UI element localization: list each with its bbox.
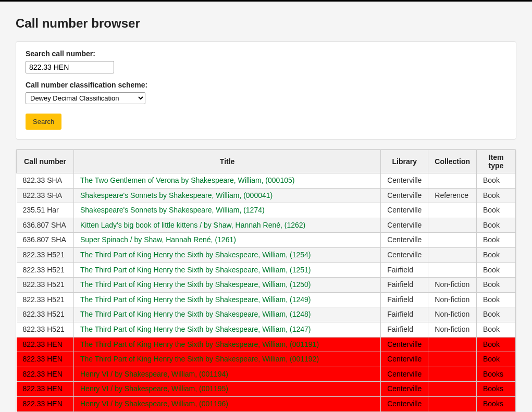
- cell-callno: 636.807 SHA: [17, 218, 74, 233]
- table-row: 822.33 H521The Third Part of King Henry …: [17, 247, 516, 263]
- title-link[interactable]: Henry VI / by Shakespeare, William, (001…: [80, 370, 228, 378]
- cell-callno: 822.33 H521: [17, 278, 74, 293]
- table-row: 822.33 SHAThe Two Gentlemen of Verona by…: [17, 173, 516, 189]
- title-link[interactable]: The Third Part of King Henry the Sixth b…: [80, 280, 311, 289]
- title-link[interactable]: The Third Part of King Henry the Sixth b…: [80, 340, 319, 348]
- cell-collection: [428, 337, 477, 352]
- cell-callno: 822.33 H521: [17, 322, 74, 337]
- cell-title: Henry VI / by Shakespeare, William, (001…: [74, 367, 381, 382]
- cell-title: The Third Part of King Henry the Sixth b…: [74, 307, 381, 322]
- cell-library: Fairfield: [381, 292, 428, 307]
- title-link[interactable]: The Third Part of King Henry the Sixth b…: [80, 251, 311, 259]
- cell-itemtype: Book: [477, 247, 516, 263]
- cell-callno: 822.33 H521: [17, 292, 74, 307]
- cell-library: Centerville: [381, 203, 428, 218]
- search-input[interactable]: [26, 61, 114, 73]
- cell-collection: Reference: [428, 188, 477, 203]
- title-link[interactable]: Shakespeare's Sonnets by Shakespeare, Wi…: [80, 206, 265, 214]
- cell-library: Centerville: [381, 188, 428, 203]
- table-row: 822.33 HENThe Third Part of King Henry t…: [17, 337, 516, 352]
- cell-title: Kitten Lady's big book of little kittens…: [74, 218, 381, 233]
- cell-collection: [428, 263, 477, 278]
- table-row: 822.33 H521The Third Part of King Henry …: [17, 307, 516, 322]
- cell-callno: 822.33 HEN: [17, 367, 74, 382]
- cell-title: The Third Part of King Henry the Sixth b…: [74, 278, 381, 293]
- cell-title: The Third Part of King Henry the Sixth b…: [74, 337, 381, 352]
- cell-itemtype: Book: [477, 263, 516, 278]
- cell-library: Centerville: [381, 173, 428, 189]
- title-link[interactable]: The Third Part of King Henry the Sixth b…: [80, 266, 311, 274]
- table-row: 822.33 HENHenry VI / by Shakespeare, Wil…: [17, 367, 516, 382]
- cell-title: Henry VI / by Shakespeare, William, (001…: [74, 396, 381, 411]
- cell-callno: 822.33 HEN: [17, 352, 74, 367]
- cell-itemtype: Books: [477, 367, 516, 382]
- cell-title: The Third Part of King Henry the Sixth b…: [74, 322, 381, 337]
- cell-collection: [428, 352, 477, 367]
- table-row: 822.33 HENHenry VI / by Shakespeare, Wil…: [17, 396, 516, 411]
- cell-title: The Third Part of King Henry the Sixth b…: [74, 292, 381, 307]
- title-link[interactable]: The Two Gentlemen of Verona by Shakespea…: [80, 176, 294, 184]
- results-panel: Call number Title Library Collection Ite…: [16, 149, 516, 412]
- cell-itemtype: Book: [477, 218, 516, 233]
- scheme-select[interactable]: Dewey Decimal Classification: [26, 92, 145, 104]
- cell-callno: 235.51 Har: [17, 203, 74, 218]
- cell-collection: [428, 382, 477, 397]
- cell-callno: 822.33 HEN: [17, 396, 74, 411]
- cell-callno: 822.33 H521: [17, 307, 74, 322]
- page-title: Call number browser: [16, 16, 516, 31]
- cell-title: Shakespeare's Sonnets by Shakespeare, Wi…: [74, 203, 381, 218]
- cell-itemtype: Book: [477, 188, 516, 203]
- title-link[interactable]: The Third Part of King Henry the Sixth b…: [80, 355, 319, 363]
- cell-title: The Third Part of King Henry the Sixth b…: [74, 247, 381, 263]
- title-link[interactable]: The Third Part of King Henry the Sixth b…: [80, 310, 311, 318]
- table-row: 636.807 SHASuper Spinach / by Shaw, Hann…: [17, 233, 516, 248]
- cell-collection: [428, 203, 477, 218]
- title-link[interactable]: Super Spinach / by Shaw, Hannah René, (1…: [80, 235, 236, 244]
- cell-callno: 822.33 SHA: [17, 173, 74, 189]
- cell-itemtype: Book: [477, 292, 516, 307]
- cell-itemtype: Book: [477, 278, 516, 293]
- title-link[interactable]: Henry VI / by Shakespeare, William, (001…: [80, 384, 228, 393]
- cell-library: Centerville: [381, 218, 428, 233]
- cell-collection: [428, 233, 477, 248]
- title-link[interactable]: The Third Part of King Henry the Sixth b…: [80, 295, 311, 304]
- cell-collection: [428, 247, 477, 263]
- cell-callno: 822.33 H521: [17, 247, 74, 263]
- table-row: 822.33 H521The Third Part of King Henry …: [17, 278, 516, 293]
- cell-library: Fairfield: [381, 322, 428, 337]
- table-row: 822.33 H521The Third Part of King Henry …: [17, 322, 516, 337]
- table-row: 822.33 HENHenry VI / by Shakespeare, Wil…: [17, 382, 516, 397]
- title-link[interactable]: Kitten Lady's big book of little kittens…: [80, 221, 305, 229]
- cell-itemtype: Book: [477, 337, 516, 352]
- title-link[interactable]: Shakespeare's Sonnets by Shakespeare, Wi…: [80, 191, 273, 199]
- cell-library: Fairfield: [381, 278, 428, 293]
- search-panel: Search call number: Call number classifi…: [16, 41, 516, 140]
- cell-library: Centerville: [381, 337, 428, 352]
- cell-library: Centerville: [381, 382, 428, 397]
- table-row: 822.33 SHAShakespeare's Sonnets by Shake…: [17, 188, 516, 203]
- search-button[interactable]: Search: [26, 114, 61, 130]
- cell-callno: 822.33 SHA: [17, 188, 74, 203]
- title-link[interactable]: Henry VI / by Shakespeare, William, (001…: [80, 399, 228, 408]
- cell-title: The Two Gentlemen of Verona by Shakespea…: [74, 173, 381, 189]
- table-row: 822.33 H521The Third Part of King Henry …: [17, 292, 516, 307]
- cell-library: Fairfield: [381, 263, 428, 278]
- scheme-label: Call number classification scheme:: [26, 81, 506, 89]
- cell-title: The Third Part of King Henry the Sixth b…: [74, 263, 381, 278]
- cell-collection: [428, 173, 477, 189]
- cell-collection: [428, 396, 477, 411]
- col-header-collection: Collection: [428, 150, 477, 173]
- cell-collection: Non-fiction: [428, 322, 477, 337]
- title-link[interactable]: The Third Part of King Henry the Sixth b…: [80, 325, 311, 333]
- table-row: 235.51 HarShakespeare's Sonnets by Shake…: [17, 203, 516, 218]
- cell-collection: [428, 218, 477, 233]
- cell-callno: 822.33 HEN: [17, 337, 74, 352]
- cell-collection: [428, 367, 477, 382]
- cell-itemtype: Book: [477, 173, 516, 189]
- col-header-itemtype: Item type: [477, 150, 516, 173]
- col-header-library: Library: [381, 150, 428, 173]
- cell-itemtype: Books: [477, 396, 516, 411]
- cell-title: Shakespeare's Sonnets by Shakespeare, Wi…: [74, 188, 381, 203]
- cell-collection: Non-fiction: [428, 278, 477, 293]
- cell-callno: 822.33 H521: [17, 263, 74, 278]
